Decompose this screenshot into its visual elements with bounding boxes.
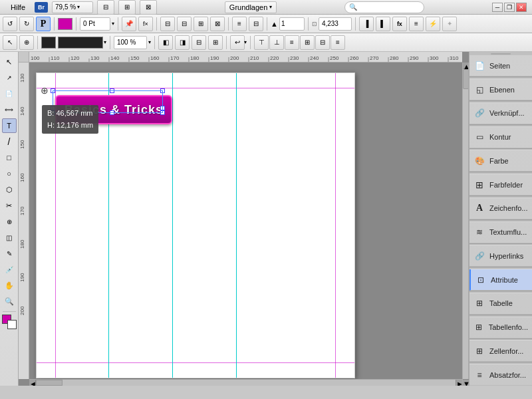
view-mode-btn3[interactable]: ⊟ [192,35,206,50]
stroke-color-picker[interactable] [41,37,56,49]
zoom-pct-input[interactable] [114,36,147,49]
zoom-select[interactable]: 79,5 % ▾ [52,1,93,13]
align-right-button[interactable]: ⊞ [194,17,208,31]
zoom-tool[interactable]: 🔍 [2,294,17,309]
align-center-button[interactable]: ⊟ [177,17,192,31]
eyedropper-tool[interactable]: 💉 [2,262,17,277]
panel-item-kontur[interactable]: ▭ Kontur [469,127,532,148]
panel-item-tabelle[interactable]: ⊞ Tabelle [469,293,532,315]
rotate-right-button[interactable]: ↻ [19,17,34,31]
effects-btn[interactable]: fx [392,17,407,31]
panel-item-textumflu[interactable]: ≋ Textumflu... [469,222,532,243]
panel-item-farbe[interactable]: 🎨 Farbe [469,150,532,172]
cursor-indicator: ⊕ [41,85,49,96]
measure-input[interactable] [319,17,352,31]
gradient-btn2[interactable]: ▌ [376,17,390,31]
view-options2[interactable]: ⊞ [118,0,136,15]
panel-item-tabellenfo[interactable]: ⊞ Tabellenfo... [469,317,532,338]
farbfelder-label: Farbfelder [489,181,528,189]
panel-item-absatzfor[interactable]: ≡ Absatzfor... [469,364,532,386]
pin-tool-button[interactable]: 📌 [122,17,136,31]
workspace-selector[interactable]: Grundlagen ▾ [225,1,277,13]
note-tool[interactable]: ✎ [2,246,17,261]
direct-select-tool[interactable]: ↗ [2,70,17,85]
gradient-btn1[interactable]: ▐ [359,17,374,31]
panel-item-zellenfor[interactable]: ⊞ Zellenfor... [469,340,532,362]
view-mode-btn2[interactable]: ◨ [175,35,190,50]
handle-br[interactable] [160,110,165,115]
gradient-tool[interactable]: ◫ [2,230,17,245]
poly-tool[interactable]: ⬡ [2,182,17,197]
gap-tool[interactable]: ⟺ [2,102,17,117]
tool-sep [3,311,16,312]
zoom-pct-arrow[interactable]: ▾ [148,39,151,45]
scissors-tool[interactable]: ✂ [2,198,17,213]
align-mid-btn[interactable]: ⊥ [269,35,284,50]
distribute-btn3[interactable]: ≡ [331,35,345,50]
distribute-btn[interactable]: ⊞ [300,35,315,50]
distribute-btn2[interactable]: ⊟ [315,35,330,50]
page-tool[interactable]: 📄 [2,86,17,101]
page-input-group: ▲ [271,17,305,31]
type-tool[interactable]: T [2,118,17,133]
type-tool-button[interactable]: P [36,17,51,31]
view-options3[interactable]: ⊠ [140,0,157,15]
align-justify-button[interactable]: ⊠ [210,17,225,31]
stroke-arrow2[interactable]: ▾ [104,39,106,45]
panel-item-seiten[interactable]: 📄 Seiten [469,55,532,76]
distribute-h-button[interactable]: ⊟ [249,17,263,31]
stroke-pt-input[interactable] [80,17,110,31]
distribute-v-button[interactable]: ≡ [232,17,247,31]
separator1 [54,17,55,31]
align-top-btn[interactable]: ⊤ [254,35,269,50]
hand-tool[interactable]: ✋ [2,278,17,293]
svg-text:280: 280 [390,55,399,61]
svg-text:170: 170 [170,55,180,61]
handle-tc[interactable] [110,88,114,93]
sep-t2-1 [37,36,38,49]
extra-btn[interactable]: ≡ [409,17,424,31]
handle-tl[interactable] [51,88,55,93]
panel-item-zeichenfo[interactable]: A Zeichenfo... [469,198,532,219]
ellipse-tool[interactable]: ○ [2,166,17,181]
view-options[interactable]: ⊟ [97,0,114,15]
panel-item-hyperlinks[interactable]: 🔗 Hyperlinks [469,245,532,267]
separator6 [267,17,267,31]
canvas-horizontal-scrollbar[interactable]: ◄ ► [29,379,462,386]
align-left-button[interactable]: ⊟ [160,17,175,31]
free-transform-tool[interactable]: ⊕ [2,214,17,229]
panel-item-ebenen[interactable]: ◱ Ebenen [469,79,532,100]
view-mode-btn1[interactable]: ◧ [158,35,173,50]
lightning-btn[interactable]: ⚡ [426,17,440,31]
undo-arrow-btn[interactable]: ↩ [230,35,245,50]
panel-item-attribute[interactable]: ⊡ Attribute [469,269,532,291]
crosshair-btn[interactable]: ⊕ [19,35,34,50]
titlebar: Hilfe Br 79,5 % ▾ ⊟ ⊞ ⊠ Grundlagen ▾ 🔍 ─… [0,0,532,15]
restore-button[interactable]: ❐ [504,3,515,12]
transform-tool-btn[interactable]: ↖ [3,35,17,50]
handle-tr[interactable] [160,88,165,93]
align-bot-btn[interactable]: ≡ [285,35,299,50]
panel-item-verknupf[interactable]: 🔗 Verknüpf... [469,103,532,124]
star-btn[interactable]: ✦ [442,17,457,31]
rotate-left-button[interactable]: ↺ [3,17,17,31]
handle-mr[interactable] [160,106,165,110]
view-mode-btn4[interactable]: ⊞ [208,35,223,50]
line-tool[interactable]: / [2,134,17,149]
search-box[interactable]: 🔍 [344,1,424,13]
handle-bc[interactable] [110,110,114,115]
formula-button[interactable]: f× [138,17,153,31]
svg-text:200: 200 [230,55,239,61]
help-menu[interactable]: Hilfe [5,2,31,13]
undo-arrow2[interactable]: ▾ [244,39,247,45]
stroke-arrow[interactable]: ▾ [112,21,114,27]
stroke-swatch2[interactable]: ▾ [58,37,106,49]
minimize-button[interactable]: ─ [492,3,503,12]
page-number-input[interactable] [279,17,305,31]
rect-tool[interactable]: □ [2,150,17,165]
fill-stroke-indicator[interactable] [2,315,17,329]
close-button[interactable]: ✕ [516,3,527,12]
color-swatch[interactable] [58,18,72,30]
select-tool[interactable]: ↖ [2,55,17,69]
panel-item-farbfelder[interactable]: ⊞ Farbfelder [469,174,532,196]
